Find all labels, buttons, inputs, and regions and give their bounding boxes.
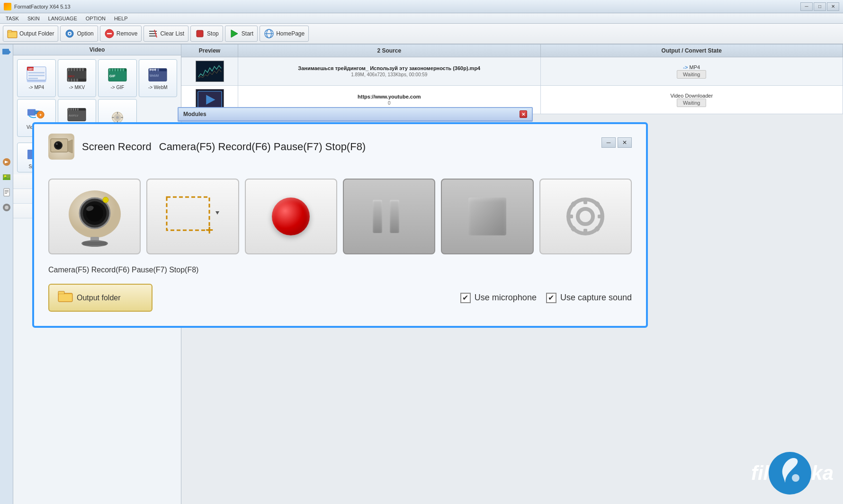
svg-rect-34 [28, 72, 45, 73]
pause-bar-left [373, 200, 382, 233]
left-video-icon[interactable] [0, 45, 13, 60]
mkv-icon: MKV [67, 66, 87, 84]
sr-record-btn[interactable] [245, 179, 337, 254]
output-cell-2: Video Downloader Waiting [541, 86, 843, 114]
minimize-btn[interactable]: ─ [800, 2, 813, 11]
svg-text:+: + [39, 112, 42, 117]
sr-output-folder-btn[interactable]: Output folder [48, 284, 152, 312]
svg-rect-65 [157, 68, 159, 71]
left-settings-icon[interactable] [0, 200, 13, 215]
title-bar-left: FormatFactory X64 5.13 [4, 3, 71, 10]
option-btn[interactable]: Option [60, 26, 98, 42]
header-source: 2 Source [238, 45, 541, 57]
homepage-btn[interactable]: HomePage [260, 26, 309, 42]
svg-text:AVI/FLV: AVI/FLV [69, 114, 79, 117]
svg-rect-77 [75, 108, 76, 110]
menu-language[interactable]: LANGUAGE [45, 14, 81, 23]
svg-rect-109 [83, 242, 107, 245]
microphone-checkbox[interactable]: ✔ [460, 293, 471, 303]
svg-rect-42 [76, 68, 78, 71]
video-section-title: Video [13, 45, 181, 55]
svg-rect-44 [82, 68, 84, 71]
sr-stop-btn[interactable] [441, 179, 533, 254]
sidebar-item-mkv[interactable]: MKV -> MKV [58, 59, 97, 97]
settings-btn-visual [566, 198, 604, 235]
svg-rect-36 [28, 78, 38, 79]
mkv-icon-wrapper: MKV [67, 67, 86, 84]
clear-list-btn[interactable]: Clear List [143, 26, 188, 42]
record-btn-visual [272, 198, 310, 235]
watermark: fil ka [751, 452, 834, 495]
mic-checkmark: ✔ [462, 293, 468, 302]
left-audio-icon[interactable] [0, 154, 13, 170]
left-doc-icon[interactable] [0, 185, 13, 200]
sr-camera-btn[interactable] [48, 179, 141, 254]
webm-icon-wrapper: WebM WebM [148, 67, 167, 84]
svg-rect-10 [149, 36, 157, 36]
sr-settings-btn[interactable] [539, 179, 632, 254]
sr-pause-btn[interactable] [343, 179, 435, 254]
output-folder-btn-label: Output folder [77, 294, 121, 302]
svg-text:MKV: MKV [68, 75, 74, 78]
svg-point-106 [103, 197, 108, 203]
svg-rect-35 [28, 75, 45, 76]
status-badge-1: Waiting [677, 70, 706, 79]
close-btn[interactable]: ✕ [827, 2, 839, 11]
output-downloader-2: Video Downloader [670, 93, 713, 99]
sidebar-item-webm[interactable]: WebM WebM -> WebM [139, 59, 178, 97]
sr-minimize-btn[interactable]: ─ [601, 137, 616, 148]
menu-option[interactable]: OPTION [82, 14, 109, 23]
gif-icon-wrapper: GIF [108, 67, 127, 84]
svg-point-86 [116, 116, 119, 119]
left-strip [0, 45, 13, 504]
sr-window-controls: ─ ✕ [601, 137, 632, 148]
stop-label: Stop [207, 30, 219, 37]
restore-btn[interactable]: □ [814, 2, 826, 11]
svg-point-128 [792, 474, 799, 482]
svg-rect-57 [120, 68, 122, 71]
capture-sound-checkbox[interactable]: ✔ [546, 293, 556, 303]
modules-close-btn[interactable]: ✕ [520, 110, 527, 118]
menu-help[interactable]: HELP [110, 14, 132, 23]
sidebar-item-gif[interactable]: GIF -> GIF [98, 59, 137, 97]
output-format-text-1: MP4 [690, 64, 700, 70]
menu-task[interactable]: TASK [2, 14, 23, 23]
sr-title-row: Screen Record Camera(F5) Record(F6) Paus… [48, 134, 632, 171]
left-image-icon[interactable] [0, 170, 13, 185]
stop-btn[interactable]: Stop [190, 26, 223, 42]
remove-label: Remove [117, 30, 138, 37]
sr-record-area-btn[interactable]: + [146, 179, 239, 254]
stop-icon [195, 28, 205, 39]
svg-rect-17 [2, 49, 9, 54]
sr-shortcuts-text: Camera(F5) Record(F6) Pause(F7) Stop(F8) [159, 141, 366, 153]
sidebar-item-mp4[interactable]: MP4 -> MP4 [17, 59, 56, 97]
svg-rect-76 [73, 108, 74, 110]
source-meta-2: 0 [388, 100, 391, 106]
mp4-icon-wrapper: MP4 [27, 67, 46, 84]
svg-marker-113 [215, 211, 219, 215]
svg-rect-48 [73, 79, 75, 81]
app-title: FormatFactory X64 5.13 [14, 4, 71, 9]
area-box: + [164, 195, 221, 239]
table-row: Занимаешься трейдингом_ Используй эту за… [181, 57, 843, 86]
svg-rect-118 [567, 215, 573, 218]
sr-close-btn[interactable]: ✕ [618, 137, 632, 148]
title-bar-controls: ─ □ ✕ [800, 2, 839, 11]
remove-btn[interactable]: Remove [100, 26, 142, 42]
svg-text:MP4: MP4 [28, 68, 35, 71]
svg-rect-8 [149, 31, 157, 32]
watermark-logo [769, 452, 811, 495]
svg-rect-119 [598, 215, 603, 218]
menu-skin[interactable]: SKIN [24, 14, 44, 23]
homepage-label: HomePage [276, 30, 305, 37]
header-preview: Preview [181, 45, 238, 57]
start-btn[interactable]: Start [225, 26, 258, 42]
output-cell-1: -> MP4 Waiting [541, 57, 843, 85]
pause-bar-right [390, 200, 399, 233]
camera-visual [59, 186, 130, 247]
app-icon [4, 3, 11, 10]
svg-rect-40 [71, 68, 72, 71]
svg-point-100 [56, 143, 58, 145]
record-area-visual: + [164, 195, 221, 239]
output-folder-btn[interactable]: Output Folder [3, 26, 58, 42]
